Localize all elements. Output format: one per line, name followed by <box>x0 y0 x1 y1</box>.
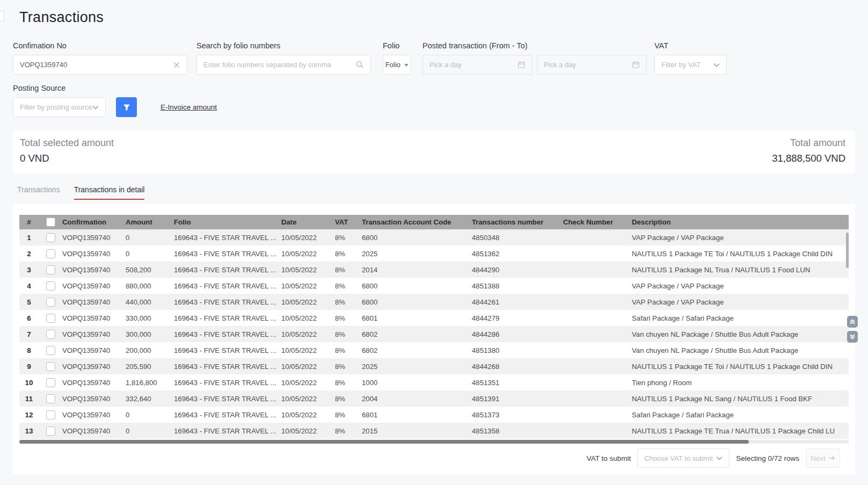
calendar-icon[interactable] <box>632 61 640 69</box>
cell-folio: 169643 - FIVE STAR TRAVEL ... <box>174 411 281 419</box>
cell-date: 10/05/2022 <box>281 234 335 242</box>
cell-vat: 8% <box>335 427 362 435</box>
row-checkbox[interactable] <box>46 346 55 355</box>
header-vat[interactable]: VAT <box>335 218 362 226</box>
table-body: 1VOPQ13597400169643 - FIVE STAR TRAVEL .… <box>19 229 849 439</box>
row-checkbox[interactable] <box>46 426 55 436</box>
row-checkbox-cell[interactable] <box>42 233 62 242</box>
scroll-to-top-button[interactable] <box>847 316 858 328</box>
table-footer: VAT to submit Choose VAT to submit Selec… <box>19 444 849 474</box>
vat-select[interactable]: Filter by VAT <box>654 55 727 75</box>
row-checkbox-cell[interactable] <box>42 346 62 355</box>
cell-folio: 169643 - FIVE STAR TRAVEL ... <box>174 363 281 371</box>
confirmation-input[interactable]: VOPQ1359740 <box>13 55 187 75</box>
total-amount-label: Total amount <box>772 137 845 149</box>
cell-date: 10/05/2022 <box>281 427 335 435</box>
cell-vat: 8% <box>335 298 362 306</box>
header-description[interactable]: Description <box>632 218 849 226</box>
header-checkbox-cell[interactable] <box>42 218 62 227</box>
next-button-label: Next <box>811 454 826 462</box>
posting-source-select[interactable]: Filter by posting source <box>13 97 106 117</box>
cell-account-code: 2014 <box>362 266 472 274</box>
row-checkbox-cell[interactable] <box>42 281 62 291</box>
next-button[interactable]: Next <box>806 448 840 468</box>
date-to-input[interactable]: Pick a day <box>537 55 647 75</box>
header-index[interactable]: # <box>19 218 42 226</box>
cell-confirmation: VOPQ1359740 <box>62 395 126 403</box>
folio-label: Folio <box>383 41 411 50</box>
header-folio[interactable]: Folio <box>174 218 281 226</box>
cell-confirmation: VOPQ1359740 <box>62 250 126 258</box>
cell-date: 10/05/2022 <box>281 346 335 354</box>
cell-confirmation: VOPQ1359740 <box>62 411 126 419</box>
row-checkbox-cell[interactable] <box>42 426 62 436</box>
einvoice-amount-link[interactable]: E-Invoice amount <box>161 103 217 111</box>
row-checkbox[interactable] <box>46 362 55 371</box>
row-checkbox-cell[interactable] <box>42 410 62 419</box>
header-txn-number[interactable]: Transactions number <box>472 218 563 226</box>
header-account-code[interactable]: Transaction Account Code <box>362 218 472 226</box>
tab-transactions[interactable]: Transactions <box>17 185 60 200</box>
tab-transactions-in-detail[interactable]: Transactions in detail <box>74 185 145 200</box>
header-date[interactable]: Date <box>281 218 335 226</box>
cell-amount: 440,000 <box>126 298 174 306</box>
cell-account-code: 6800 <box>362 298 472 306</box>
cell-confirmation: VOPQ1359740 <box>62 346 126 354</box>
folio-search-input[interactable]: Enter folio numbers separated by comma <box>196 55 371 75</box>
chevron-down-icon <box>713 63 720 67</box>
cell-description: Safari Package / Safari Package <box>632 411 849 419</box>
cell-amount: 1,816,800 <box>126 379 174 387</box>
vat-to-submit-select[interactable]: Choose VAT to submit <box>637 448 730 468</box>
header-check-number[interactable]: Check Number <box>563 218 632 226</box>
cell-description: NAUTILUS 1 Package TE Toi / NAUTILUS 1 P… <box>632 250 849 258</box>
cell-description: NAUTILUS 1 Package TE Trua / NAUTILUS 1 … <box>632 427 849 435</box>
cell-account-code: 6800 <box>362 234 472 242</box>
row-checkbox-cell[interactable] <box>42 330 62 339</box>
confirmation-value: VOPQ1359740 <box>20 61 173 69</box>
row-checkbox-cell[interactable] <box>42 362 62 371</box>
cell-amount: 880,000 <box>126 282 174 290</box>
folio-dropdown[interactable]: Folio <box>383 55 411 75</box>
row-checkbox-cell[interactable] <box>42 378 62 387</box>
table-row: 7VOPQ1359740300,000169643 - FIVE STAR TR… <box>19 326 849 342</box>
row-checkbox[interactable] <box>46 298 55 307</box>
row-checkbox[interactable] <box>46 314 55 323</box>
arrow-right-icon <box>828 455 835 461</box>
row-checkbox[interactable] <box>46 281 55 291</box>
posted-transaction-label: Posted transaction (From - To) <box>422 41 647 50</box>
header-confirmation[interactable]: Confirmation <box>62 218 126 226</box>
row-index: 13 <box>19 427 42 435</box>
row-checkbox[interactable] <box>46 330 55 339</box>
cell-txn-number: 4851388 <box>472 282 563 290</box>
cell-description: VAP Package / VAP Package <box>632 234 849 242</box>
row-checkbox[interactable] <box>46 233 55 242</box>
scrollbar-thumb[interactable] <box>19 440 749 444</box>
row-checkbox[interactable] <box>46 378 55 387</box>
cell-folio: 169643 - FIVE STAR TRAVEL ... <box>174 427 281 435</box>
row-checkbox-cell[interactable] <box>42 265 62 274</box>
row-checkbox[interactable] <box>46 265 55 274</box>
row-checkbox-cell[interactable] <box>42 394 62 403</box>
calendar-icon[interactable] <box>517 61 526 69</box>
header-amount[interactable]: Amount <box>126 218 174 226</box>
row-checkbox[interactable] <box>46 410 55 419</box>
row-checkbox[interactable] <box>46 249 55 258</box>
row-checkbox[interactable] <box>46 394 55 403</box>
cell-description: Van chuyen NL Package / Shuttle Bus Adul… <box>632 330 849 338</box>
cell-folio: 169643 - FIVE STAR TRAVEL ... <box>174 379 281 387</box>
date-from-input[interactable]: Pick a day <box>422 55 533 75</box>
apply-filter-button[interactable] <box>116 97 137 117</box>
horizontal-scrollbar[interactable] <box>19 440 849 444</box>
row-index: 9 <box>19 363 42 371</box>
cell-confirmation: VOPQ1359740 <box>62 330 126 338</box>
cell-txn-number: 4850348 <box>472 234 563 242</box>
row-checkbox-cell[interactable] <box>42 314 62 323</box>
select-all-checkbox[interactable] <box>46 218 55 227</box>
scroll-to-bottom-button[interactable] <box>847 331 858 343</box>
row-checkbox-cell[interactable] <box>42 298 62 307</box>
clear-icon[interactable] <box>173 61 180 69</box>
cell-confirmation: VOPQ1359740 <box>62 298 126 306</box>
row-checkbox-cell[interactable] <box>42 249 62 258</box>
cell-account-code: 2025 <box>362 250 472 258</box>
vertical-scrollbar-thumb[interactable] <box>846 233 849 268</box>
